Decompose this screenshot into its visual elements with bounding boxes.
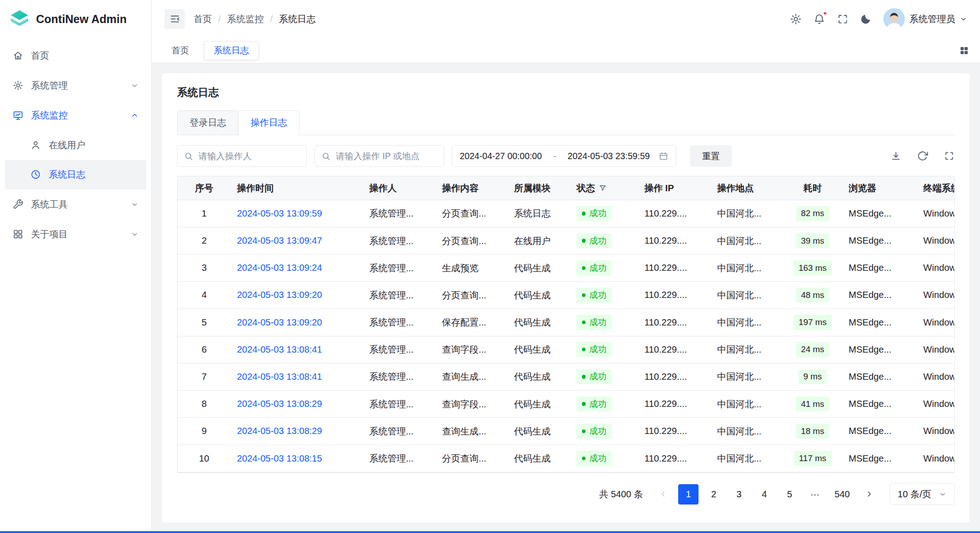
duration-badge: 48 ms <box>796 288 830 302</box>
col-header-module: 所属模块 <box>508 182 571 194</box>
cell-ip: 110.229.... <box>638 263 711 273</box>
cell-duration: 9 ms <box>783 369 843 384</box>
status-badge: 成功 <box>577 369 611 385</box>
cell-browser: MSEdge... <box>842 399 917 409</box>
page-size-select[interactable]: 10 条/页 <box>890 483 955 505</box>
cell-location: 中国河北... <box>711 316 783 329</box>
home-icon <box>13 50 23 61</box>
cell-location: 中国河北... <box>711 370 783 383</box>
pagination-page-button[interactable]: ··· <box>805 484 825 505</box>
cell-module: 代码生成 <box>508 398 571 410</box>
pagination-page-button[interactable]: 3 <box>729 484 749 505</box>
monitor-icon <box>13 110 23 121</box>
col-header-status-label: 状态 <box>577 182 595 194</box>
duration-badge: 9 ms <box>798 369 827 384</box>
reset-button[interactable]: 重置 <box>690 145 731 167</box>
app-logo[interactable]: ContiNew Admin <box>0 0 151 38</box>
pagination-page-button[interactable]: 2 <box>703 484 724 505</box>
expand-icon[interactable] <box>944 151 955 161</box>
pagination-page-button[interactable]: 4 <box>754 484 774 505</box>
cell-browser: MSEdge... <box>842 290 917 300</box>
cell-duration: 163 ms <box>783 260 843 275</box>
sidebar-item-system-management[interactable]: 系统管理 <box>5 71 146 100</box>
cell-operator: 系统管理... <box>363 343 436 356</box>
chevron-left-icon <box>659 490 668 499</box>
page-tab-system-log[interactable]: 系统日志 <box>204 41 259 60</box>
main-column: 首页 / 系统监控 / 系统日志 <box>152 0 980 533</box>
sidebar-item-about[interactable]: 关于项目 <box>5 220 146 249</box>
breadcrumb-separator: / <box>270 14 273 24</box>
col-header-os: 终端系统 <box>917 182 954 194</box>
app-root: ContiNew Admin 首页 系统管理 系统监控 在线用户 <box>0 0 980 533</box>
duration-badge: 163 ms <box>793 260 831 275</box>
status-text: 成功 <box>589 289 606 301</box>
status-badge: 成功 <box>577 206 611 222</box>
download-icon[interactable] <box>891 151 901 161</box>
sidebar-item-online-users[interactable]: 在线用户 <box>5 130 146 159</box>
pagination-page-button[interactable]: 5 <box>779 484 800 505</box>
sidebar-item-system-monitor[interactable]: 系统监控 <box>5 101 146 130</box>
time-link[interactable]: 2024-05-03 13:09:20 <box>237 290 322 300</box>
cell-location: 中国河北... <box>711 398 783 410</box>
time-link[interactable]: 2024-05-03 13:09:24 <box>237 263 322 273</box>
breadcrumb-item[interactable]: 首页 <box>193 13 212 25</box>
page-tab-home[interactable]: 首页 <box>162 41 198 60</box>
apps-grid-icon[interactable] <box>959 45 970 56</box>
cell-module: 系统日志 <box>508 207 571 220</box>
log-tabs: 登录日志 操作日志 <box>177 110 955 135</box>
time-link[interactable]: 2024-05-03 13:08:41 <box>237 372 322 382</box>
time-link[interactable]: 2024-05-03 13:09:20 <box>237 317 322 327</box>
operator-search-input[interactable] <box>198 151 300 161</box>
sidebar-item-system-log[interactable]: 系统日志 <box>5 160 146 189</box>
cell-browser: MSEdge... <box>842 372 917 382</box>
time-link[interactable]: 2024-05-03 13:08:41 <box>237 344 322 354</box>
sidebar-item-system-tools[interactable]: 系统工具 <box>5 190 146 219</box>
avatar <box>883 8 905 30</box>
dark-mode-moon-icon[interactable] <box>860 13 872 25</box>
topbar-actions: 系统管理员 <box>790 8 967 30</box>
ip-search-input[interactable] <box>336 151 437 161</box>
cell-operator: 系统管理... <box>363 398 436 410</box>
cell-time: 2024-05-03 13:09:24 <box>231 263 363 273</box>
notification-bell[interactable] <box>813 13 825 25</box>
pagination-page-button[interactable]: 1 <box>678 484 699 505</box>
cell-content: 查询生成... <box>436 370 508 383</box>
user-menu[interactable]: 系统管理员 <box>883 8 967 30</box>
pagination-page-button[interactable]: 540 <box>830 484 854 505</box>
time-link[interactable]: 2024-05-03 13:08:29 <box>237 426 322 436</box>
duration-badge: 82 ms <box>796 206 830 221</box>
fullscreen-icon[interactable] <box>837 13 849 25</box>
breadcrumb-item[interactable]: 系统监控 <box>227 13 264 25</box>
cell-index: 2 <box>178 236 231 246</box>
cell-duration: 24 ms <box>783 342 843 357</box>
cell-os: Window... <box>917 208 954 219</box>
cell-ip: 110.229.... <box>638 290 711 300</box>
time-link[interactable]: 2024-05-03 13:09:47 <box>237 236 322 245</box>
time-link[interactable]: 2024-05-03 13:08:15 <box>237 453 322 463</box>
pagination-next-button[interactable] <box>859 484 880 505</box>
cell-operator: 系统管理... <box>363 289 436 302</box>
col-header-ip: 操作 IP <box>638 182 711 194</box>
sidebar-item-label: 关于项目 <box>31 228 68 241</box>
gear-icon <box>13 80 23 91</box>
pagination-prev-button[interactable] <box>653 484 673 505</box>
cell-browser: MSEdge... <box>842 317 917 328</box>
date-range-start: 2024-04-27 00:00:00 <box>460 151 542 161</box>
sidebar-collapse-button[interactable] <box>164 9 185 29</box>
refresh-icon[interactable] <box>917 151 928 161</box>
time-link[interactable]: 2024-05-03 13:08:29 <box>237 399 322 409</box>
tab-login-log[interactable]: 登录日志 <box>177 110 239 135</box>
cell-ip: 110.229.... <box>638 399 711 409</box>
status-text: 成功 <box>589 235 606 247</box>
duration-badge: 18 ms <box>796 424 830 439</box>
sidebar-item-home[interactable]: 首页 <box>5 41 146 70</box>
date-range-picker[interactable]: 2024-04-27 00:00:00 - 2024-05-03 23:59:5… <box>452 145 676 167</box>
filter-icon[interactable] <box>599 184 607 192</box>
cell-content: 保存配置... <box>436 316 508 329</box>
time-link[interactable]: 2024-05-03 13:09:59 <box>237 208 322 218</box>
col-header-content: 操作内容 <box>436 182 508 194</box>
settings-icon[interactable] <box>790 13 802 25</box>
table-toolbar <box>891 151 954 161</box>
date-range-separator: - <box>542 151 567 161</box>
tab-operation-log[interactable]: 操作日志 <box>238 110 300 135</box>
